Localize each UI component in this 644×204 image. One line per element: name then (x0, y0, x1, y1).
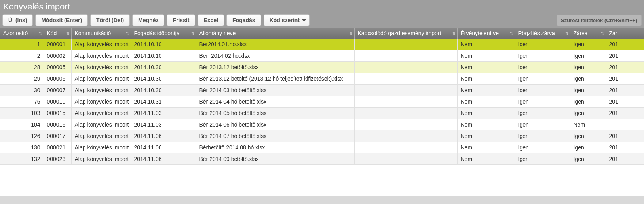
cell-id: 30 (0, 85, 44, 96)
cell-zar: Igen (570, 73, 606, 85)
cell-erv: Nem (457, 108, 515, 119)
cell-zar: Igen (570, 96, 606, 108)
col-fogadas[interactable]: Fogadás időpontja⇅ (131, 28, 196, 39)
sort-icon: ⇅ (565, 31, 568, 36)
table-row[interactable]: 126000017Alap könyvelés import2014.11.06… (0, 130, 644, 142)
filter-hint[interactable]: Szűrési feltételek (Ctrl+Shift+F) (557, 15, 642, 26)
cell-rog: Igen (515, 62, 570, 73)
table-row[interactable]: 76000010Alap könyvelés import2014.10.31B… (0, 96, 644, 108)
refresh-button[interactable]: Frissít (167, 14, 195, 26)
cell-fog: 2014.11.03 (131, 119, 196, 130)
sort-icon: ⇅ (126, 31, 129, 36)
cell-id: 104 (0, 119, 44, 130)
col-kod[interactable]: Kód⇅ (44, 28, 71, 39)
cell-komm: Alap könyvelés import (71, 62, 131, 73)
cell-kod: 000002 (44, 50, 71, 62)
cell-z2: 201 (606, 73, 644, 85)
col-komm[interactable]: Kommunikáció⇅ (71, 28, 131, 39)
table-row[interactable]: 103000015Alap könyvelés import2014.11.03… (0, 108, 644, 119)
cell-id: 76 (0, 96, 44, 108)
cell-rog: Igen (515, 85, 570, 96)
table-row[interactable]: 30000007Alap könyvelés import2014.10.30B… (0, 85, 644, 96)
cell-komm: Alap könyvelés import (71, 108, 131, 119)
cell-komm: Alap könyvelés import (71, 119, 131, 130)
cell-kod: 000023 (44, 153, 71, 165)
cell-fog: 2014.10.10 (131, 39, 196, 50)
cell-fog: 2014.10.31 (131, 96, 196, 108)
cell-kap (354, 85, 457, 96)
col-allomany[interactable]: Állomány neve⇅ (196, 28, 354, 39)
excel-button[interactable]: Excel (198, 14, 224, 26)
col-zar2[interactable]: Zár (606, 28, 644, 39)
cell-komm: Alap könyvelés import (71, 142, 131, 153)
cell-rog: Igen (515, 96, 570, 108)
sort-icon: ⇅ (601, 31, 604, 36)
cell-rog: Igen (515, 108, 570, 119)
cell-z2: 201 (606, 142, 644, 153)
cell-kod: 000021 (44, 142, 71, 153)
cell-z2: 201 (606, 39, 644, 50)
col-fogadas-label: Fogadás időpontja (134, 30, 180, 36)
cell-id: 103 (0, 108, 44, 119)
cell-kap (354, 130, 457, 142)
cell-all: Ber_2014.02.ho.xlsx (196, 50, 354, 62)
col-ervtelen[interactable]: Érvénytelenítve⇅ (457, 28, 515, 39)
col-zarva[interactable]: Zárva⇅ (570, 28, 606, 39)
cell-komm: Alap könyvelés import (71, 39, 131, 50)
cell-kap (354, 50, 457, 62)
cell-zar: Igen (570, 62, 606, 73)
cell-all: Bér 2014 06 hó betöltő.xlsx (196, 119, 354, 130)
new-button[interactable]: Új (Ins) (2, 14, 33, 26)
sort-dropdown[interactable]: Kód szerint (264, 14, 310, 26)
table-row[interactable]: 130000021Alap könyvelés import2014.11.06… (0, 142, 644, 153)
cell-zar: Igen (570, 142, 606, 153)
cell-fog: 2014.11.06 (131, 130, 196, 142)
col-id[interactable]: Azonosító⇅ (0, 28, 44, 39)
table-row[interactable]: 2000002Alap könyvelés import2014.10.10Be… (0, 50, 644, 62)
modify-button[interactable]: Módosít (Enter) (35, 14, 88, 26)
cell-all: Bér 2014 09 betöltő.xlsx (196, 153, 354, 165)
cell-kod: 000001 (44, 39, 71, 50)
cell-kod: 000006 (44, 73, 71, 85)
cell-zar: Igen (570, 50, 606, 62)
col-kapcs[interactable]: Kapcsolódó gazd.esemény import⇅ (354, 28, 457, 39)
table-row[interactable]: 28000005Alap könyvelés import2014.10.30B… (0, 62, 644, 73)
col-rogzzar[interactable]: Rögzítés zárva⇅ (515, 28, 570, 39)
cell-erv: Nem (457, 142, 515, 153)
cell-fog: 2014.11.06 (131, 142, 196, 153)
table-row[interactable]: 1000001Alap könyvelés import2014.10.10Be… (0, 39, 644, 50)
view-button[interactable]: Megnéz (132, 14, 164, 26)
cell-rog: Igen (515, 39, 570, 50)
cell-zar: Igen (570, 85, 606, 96)
col-zarva-label: Zárva (574, 30, 588, 36)
cell-kap (354, 96, 457, 108)
col-allomany-label: Állomány neve (199, 30, 236, 36)
table-row[interactable]: 29000006Alap könyvelés import2014.10.30B… (0, 73, 644, 85)
cell-erv: Nem (457, 96, 515, 108)
cell-kod: 000005 (44, 62, 71, 73)
cell-kap (354, 39, 457, 50)
delete-button[interactable]: Töröl (Del) (90, 14, 130, 26)
col-zar2-label: Zár (609, 30, 617, 36)
app-window: Könyvelés import Új (Ins) Módosít (Enter… (0, 0, 644, 196)
col-kod-label: Kód (47, 30, 57, 36)
cell-kap (354, 153, 457, 165)
cell-zar: Igen (570, 39, 606, 50)
col-ervtelen-label: Érvénytelenítve (461, 30, 499, 36)
cell-z2 (606, 119, 644, 130)
table-row[interactable]: 132000023Alap könyvelés import2014.11.06… (0, 153, 644, 165)
sort-icon: ⇅ (191, 31, 194, 36)
receive-button[interactable]: Fogadás (226, 14, 261, 26)
cell-all: Bér 2013.12 betöltő.xlsx (196, 62, 354, 73)
cell-id: 28 (0, 62, 44, 73)
cell-erv: Nem (457, 50, 515, 62)
table-row[interactable]: 104000016Alap könyvelés import2014.11.03… (0, 119, 644, 130)
sort-icon: ⇅ (39, 31, 42, 36)
cell-id: 130 (0, 142, 44, 153)
cell-rog: Igen (515, 50, 570, 62)
cell-all: Bér 2013.12 betöltő (2013.12.hó teljesít… (196, 73, 354, 85)
cell-komm: Alap könyvelés import (71, 85, 131, 96)
cell-erv: Nem (457, 153, 515, 165)
cell-erv: Nem (457, 85, 515, 96)
sort-icon: ⇅ (452, 31, 456, 36)
